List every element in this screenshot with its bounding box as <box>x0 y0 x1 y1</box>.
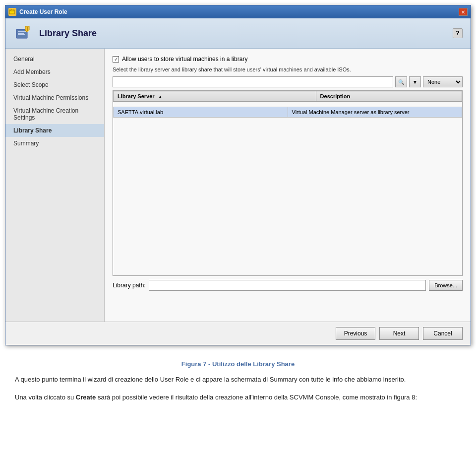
header-title: Library Share <box>39 28 97 39</box>
search-button[interactable]: 🔍 <box>395 76 407 87</box>
cancel-button[interactable]: Cancel <box>423 327 463 340</box>
nav-item-vm-creation-settings[interactable]: Virtual Machine Creation Settings <box>5 104 104 124</box>
nav-item-general[interactable]: General <box>5 53 104 66</box>
description-text: Select the library server and library sh… <box>113 66 463 72</box>
library-server-table-container: Library Server ▲ Description <box>113 90 463 276</box>
svg-rect-7 <box>27 27 28 30</box>
paragraph2: Una volta cliccato su Create sarà poi po… <box>15 393 461 403</box>
allow-checkbox-row[interactable]: ✓ Allow users to store virtual machines … <box>113 56 463 63</box>
library-path-input[interactable] <box>149 280 426 291</box>
header-icon <box>13 23 33 43</box>
allow-checkbox-label: Allow users to store virtual machines in… <box>122 56 247 63</box>
svg-rect-8 <box>27 30 28 31</box>
dialog-content: General Add Members Select Scope Virtual… <box>5 49 471 322</box>
library-server-table: Library Server ▲ Description <box>113 91 462 102</box>
none-select[interactable]: None <box>423 76 463 87</box>
nav-item-summary[interactable]: Summary <box>5 137 104 150</box>
col-description[interactable]: Description <box>316 91 462 102</box>
help-button[interactable]: ? <box>453 28 463 38</box>
library-path-label: Library path: <box>113 282 146 289</box>
library-path-row: Library path: Browse... <box>113 280 463 291</box>
nav-item-library-share[interactable]: Library Share <box>5 124 104 137</box>
figure-caption: Figura 7 - Utilizzo delle Library Share <box>15 360 461 368</box>
filter-row: 🔍 ▼ None <box>113 76 463 87</box>
left-nav: General Add Members Select Scope Virtual… <box>5 49 105 322</box>
paragraph2-strong: Create <box>76 394 96 401</box>
table-body-container: SAETTA.virtual.lab Virtual Machine Manag… <box>113 107 462 275</box>
svg-rect-4 <box>18 33 24 34</box>
title-bar-buttons: ✕ <box>459 8 468 16</box>
col-library-server[interactable]: Library Server ▲ <box>114 91 316 102</box>
title-bar: Create User Role ✕ <box>5 5 471 18</box>
filter-dropdown-button[interactable]: ▼ <box>409 76 421 87</box>
previous-button[interactable]: Previous <box>336 327 375 340</box>
dialog-icon <box>8 8 16 16</box>
below-content: Figura 7 - Utilizzo delle Library Share … <box>0 350 476 413</box>
close-button[interactable]: ✕ <box>459 8 468 16</box>
table-row[interactable]: SAETTA.virtual.lab Virtual Machine Manag… <box>114 107 462 118</box>
search-input[interactable] <box>113 76 393 87</box>
cell-description: Virtual Machine Manager server as librar… <box>288 107 462 118</box>
dialog-header: Library Share ? <box>5 18 471 49</box>
create-user-role-dialog: Create User Role ✕ Library Share ? Gen <box>5 5 471 345</box>
title-bar-left: Create User Role <box>8 8 67 16</box>
sort-arrow-library-server: ▲ <box>158 94 163 99</box>
svg-rect-5 <box>18 34 25 35</box>
right-panel: ✓ Allow users to store virtual machines … <box>105 49 471 322</box>
library-server-table-body: SAETTA.virtual.lab Virtual Machine Manag… <box>113 107 462 118</box>
svg-rect-3 <box>18 31 26 32</box>
paragraph2-after: sarà poi possibile vedere il risultato d… <box>96 394 417 401</box>
next-button[interactable]: Next <box>379 327 419 340</box>
nav-item-vm-permissions[interactable]: Virtual Machine Permissions <box>5 91 104 104</box>
paragraph2-before: Una volta cliccato su <box>15 394 76 401</box>
cell-library-server: SAETTA.virtual.lab <box>114 107 288 118</box>
paragraph1: A questo punto termina il wizard di crea… <box>15 375 461 385</box>
nav-item-select-scope[interactable]: Select Scope <box>5 78 104 91</box>
allow-checkbox[interactable]: ✓ <box>113 56 119 63</box>
browse-button[interactable]: Browse... <box>429 280 463 291</box>
nav-item-add-members[interactable]: Add Members <box>5 66 104 78</box>
dialog-title: Create User Role <box>19 8 67 15</box>
button-bar: Previous Next Cancel <box>5 322 471 345</box>
